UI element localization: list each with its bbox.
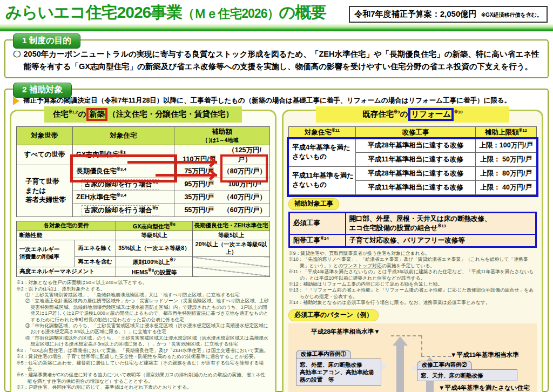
section-purpose: 1 制度の目的 〇 2050年カーボンニュートラルの実現に寄与する良質なストック… [4, 39, 549, 78]
nc-title-p2: の [78, 110, 86, 118]
reform-header-housing: 対象住宅※11 [289, 126, 356, 138]
reform-h4-limit1: 上限：100万円/戸 [476, 138, 537, 152]
panels: 住宅※1,2の新築（注文住宅・分譲住宅・賃貸住宅） 対象世帯 対象住宅 補助額(… [10, 110, 543, 392]
section-subsidy-heading: 2 補助対象 [13, 83, 72, 98]
table-row: 附帯工事※14 子育て対応改修、バリアフリー改修等 [289, 234, 536, 247]
req-header-other: 長期優良住宅・ZEH水準住宅 [193, 221, 270, 231]
footnote: ※3：「GX志向型住宅」は環境省において実施、「長期優良住宅」及び「ZEH水準住… [16, 348, 270, 354]
requirements-table: 各対象住宅の要件 GX志向型住宅※6 長期優良住宅・ZEH水準住宅 断熱性能 等… [16, 221, 270, 278]
not-applicable-slash [193, 267, 270, 277]
work-example-1-title: 改修工事内容例① [296, 350, 351, 359]
work-example-1-bubble: 改修工事内容例① 窓、外壁、床の断熱改修 高効率エアコン、高効率給湯器の設置 等 [296, 348, 381, 386]
housing-chouki-jokyaku: 古家の除却を行う場合※5 [73, 178, 174, 191]
required-works-pattern-diagram: 平成28年基準相当水準▼ ▼平成11年基準相当水準 ▼平成4年基準を満たさない住… [288, 323, 537, 392]
title-tail: の概要 [279, 3, 326, 21]
new-construction-title: 住宅※1,2の新築（注文住宅・分譲住宅・賃貸住宅） [44, 106, 242, 122]
nc-title-p1: 住宅 [53, 110, 69, 118]
col-header-household: 対象世帯 [17, 126, 73, 145]
housing-zeh-jokyaku: 古家の除却を行う場合※5 [73, 204, 174, 217]
req-ichiji: 一次エネルギー 消費量の削減率 [17, 240, 75, 267]
housing-zeh: ZEH水準住宅※3,4 [73, 191, 174, 204]
new-construction-table-wrap: 対象世帯 対象住宅 補助額( )は1～4地域 すべての世帯 GX志向型住宅※3 … [16, 126, 270, 217]
rf-title-sup1: ※9 [394, 110, 400, 115]
page-title: みらいエコ住宅2026事業（Ｍｅ住宅2026）の概要 [5, 3, 349, 22]
table-row: 高度エネルギーマネジメント HEMS※8の設置等 [17, 267, 270, 277]
incidental-works-label: 附帯工事※14 [289, 234, 346, 247]
reform-header-work: 改修工事 [356, 126, 476, 138]
col-header-amount: 補助額( )は1～4地域 [174, 126, 270, 145]
purpose-text: 〇 2050年カーボンニュートラルの実現に寄与する良質なストック形成を図るため、… [13, 48, 541, 73]
footnote: ③「市街化調整区域」のうち、「土砂災害警戒区域又は浸水想定区域（洪水浸水想定区域… [25, 323, 270, 335]
work-example-2-text: 窓、天井、床の断熱改修 [417, 369, 517, 381]
req-header-gx: GX志向型住宅※6 [116, 221, 193, 231]
table-row: 子育て世帯 または 若者夫婦世帯 長期優良住宅※3,4 75万円/戸（80万円/… [17, 165, 270, 178]
footnote: ※10：「先進的窓リノベ事業」、「給湯省エネ事業」及び「賃貸給湯省エネ事業」（こ… [288, 256, 537, 269]
works-label-pill: 補助対象工事 [288, 198, 339, 210]
section-subsidy: 2 補助対象 補正予算案の閣議決定日（令和7年11月28日）以降に、工事着手した… [4, 89, 549, 392]
bubble-tail-icon [381, 362, 387, 371]
amount-chouki: 75万円/戸（80万円/戸） [174, 165, 270, 178]
subsidy-note-text: 補正予算案の閣議決定日（令和7年11月28日）以降に、工事着手したもの（新築の場… [23, 96, 511, 105]
incidental-works-text: 子育て対応改修、バリアフリー改修等 [346, 234, 536, 247]
reform-h4-work2: 平成11年基準相当に達する改修 [356, 152, 476, 166]
header-divider-bar [0, 24, 553, 31]
table-row: すべての世帯 GX志向型住宅※3 110万円/戸（125万円/戸） [17, 145, 270, 165]
reform-title: 既存住宅※9のリフォーム※10 [316, 106, 510, 122]
footnote: ※7：戸建住宅、共同住宅の別に応じて、基準値はそれぞれ下表のとおりとする。 [16, 384, 270, 390]
red-highlight-box-shinchiku: 新築 [86, 108, 107, 120]
panel-reform: 既存住宅※9のリフォーム※10 対象住宅※11 改修工事 補助上限額※12 平成… [282, 110, 543, 392]
arrow-bullet-icon [13, 97, 19, 105]
page: みらいエコ住宅2026事業（Ｍｅ住宅2026）の概要 令和7年度補正予算案：2,… [0, 0, 553, 392]
budget-amount: 令和7年度補正予算案：2,050億円 [354, 9, 476, 18]
req-nozoku-gx: 35%以上（一次エネ等級8） [116, 240, 193, 257]
req-dannetsu: 断熱性能 [17, 231, 116, 240]
reform-table: 対象住宅※11 改修工事 補助上限額※12 平成4年基準を満たさないもの 平成2… [288, 126, 537, 195]
bubble-tail-icon [412, 364, 417, 372]
footnote: ※12：補助額はリフォーム工事の内容に応じて定める額を合算した額。 [288, 281, 537, 287]
req-koudo: 高度エネルギーマネジメント [17, 267, 116, 277]
footnote: ④「市街化調整区域以外の区域」のうち、「土砂災害警戒区域又は浸水想定区域（洪水浸… [25, 335, 270, 348]
rf-title-p1: 既存住宅 [362, 110, 394, 118]
footnote: ※2：以下の住宅は、原則対象外とする。 [16, 286, 270, 292]
req-dannetsu-gx: 等級6以上 [116, 231, 193, 240]
budget-note: ※GX経済移行債を含む。 [481, 12, 542, 18]
reform-h4-work1: 平成28年基準相当に達する改修 [356, 138, 476, 152]
footnote: ※11：「平成4年基準を満たさないもの」とは平成3年以前に建築された住宅など、「… [288, 269, 537, 281]
circle-bullet-icon: 〇 [13, 48, 21, 73]
footnote: ※14：補助対象となるのは必須工事を行う場合に限る。なお、連携事業は必須工事とみ… [288, 300, 537, 306]
new-construction-table: 対象世帯 対象住宅 補助額( )は1～4地域 すべての世帯 GX志向型住宅※3 … [16, 126, 270, 217]
req-koudo-gx: HEMS※8の設置等 [116, 267, 193, 277]
up-arrow-head-icon [393, 336, 408, 346]
reform-table-wrap: 対象住宅※11 改修工事 補助上限額※12 平成4年基準を満たさないもの 平成2… [288, 126, 537, 195]
footnote: ※9：賃貸住宅や、買取再販事業者が扱う住宅も対象に含まれる。 [288, 251, 537, 256]
up-arrow-icon [396, 345, 404, 392]
table-row: 平成11年基準を満たさないもの 平成28年基準相当に達する改修 上限： 80万円… [289, 166, 537, 180]
title-paren: （Ｍｅ住宅2026） [182, 6, 279, 21]
footnote: ②「立地適正化計画区域内の居住誘導区域外」かつ「災害レッドゾーン（災害危険区域、… [25, 298, 270, 323]
reform-h4-housing: 平成4年基準を満たさないもの [289, 138, 356, 166]
level-h4-label: ▼平成4年基準を満たさない住宅 [439, 384, 530, 392]
work-example-2-bubble: 改修工事内容例② 窓、天井、床の断熱改修 [417, 359, 517, 381]
rf-title-sup2: ※10 [454, 110, 463, 115]
footnote: ※6：建築事業者がGXの促進に対する協力について表明等（温室効果ガスの排出削減の… [16, 372, 270, 384]
housing-gx: GX志向型住宅※3 [73, 145, 174, 165]
pattern-label-pill: 必須工事のパターン（例） [288, 309, 379, 321]
amount-zeh-jokyaku: 55万円/戸（60万円/戸） [174, 204, 270, 217]
amount-chouki-jokyaku: 95万円/戸100万円/戸 [174, 178, 270, 191]
level-h11-label: ▼平成11年基準相当水準 [450, 351, 519, 359]
nc-title-p3: （注文住宅・分譲住宅・賃貸住宅） [108, 110, 233, 118]
reform-footnotes: ※9：賃貸住宅や、買取再販事業者が扱う住宅も対象に含まれる。 ※10：「先進的窓… [288, 251, 537, 306]
table-row: 必須工事 開口部、外壁、屋根・天井又は床の断熱改修、 エコ住宅設備の設置の組合せ… [289, 212, 536, 234]
req-fukumu: 再エネを含む [75, 257, 116, 267]
nc-title-sup1: ※1,2 [69, 110, 78, 115]
household-family: 子育て世帯 または 若者夫婦世帯 [17, 165, 73, 217]
subsidized-works-table: 必須工事 開口部、外壁、屋根・天井又は床の断熱改修、 エコ住宅設備の設置の組合せ… [288, 212, 537, 248]
housing-chouki: 長期優良住宅※3,4 [73, 165, 174, 178]
footnote: ※13：「『リフォーム前の省エネ性能』と『リフォーム後の省エネ性能』に応じた改修… [288, 287, 537, 300]
blue-highlight-box-reform: リフォーム [408, 108, 454, 120]
footnote: ①「土砂災害特別警戒区域」、「急傾斜地崩壊危険区域」又は「地すべり防止区域」に立… [25, 292, 270, 298]
section-purpose-heading: 1 制度の目的 [13, 33, 80, 49]
reform-h11-housing: 平成11年基準を満たさないもの [289, 166, 356, 194]
reform-header-limit: 補助上限額※12 [476, 126, 537, 138]
reform-h11-work1: 平成28年基準相当に達する改修 [356, 166, 476, 180]
